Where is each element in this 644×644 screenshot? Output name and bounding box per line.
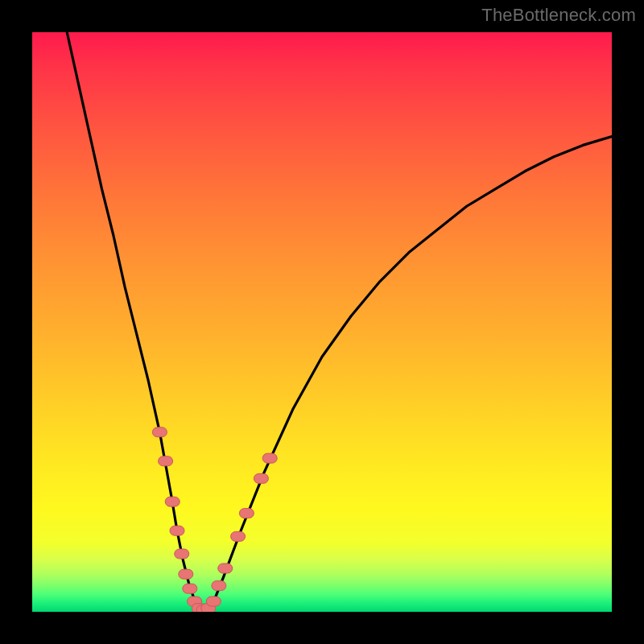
data-point <box>218 564 233 573</box>
data-point <box>152 427 167 437</box>
data-point <box>170 526 184 535</box>
data-point <box>183 584 197 593</box>
data-point <box>254 473 268 483</box>
curve-svg <box>32 32 612 612</box>
data-point <box>175 549 189 559</box>
data-point <box>262 453 277 463</box>
chart-frame: TheBottleneck.com <box>0 0 644 644</box>
data-point <box>165 497 180 506</box>
watermark-text: TheBottleneck.com <box>481 5 636 26</box>
data-point <box>179 569 193 579</box>
data-point-markers <box>152 427 277 612</box>
data-point <box>231 531 246 541</box>
plot-area <box>32 32 612 612</box>
data-point <box>212 581 226 591</box>
bottleneck-curve <box>67 32 612 610</box>
data-point <box>239 509 254 518</box>
data-point <box>206 597 221 606</box>
data-point <box>159 456 173 466</box>
